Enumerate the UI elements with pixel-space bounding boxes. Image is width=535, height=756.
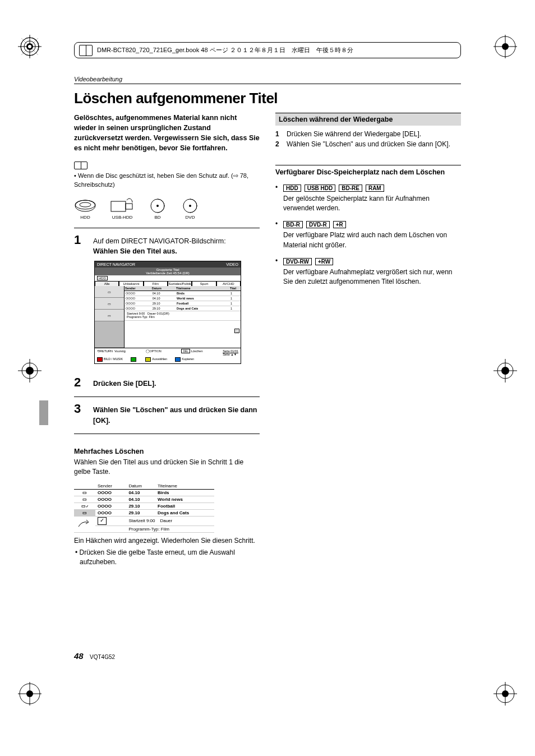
scr-tab: Alle	[95, 281, 119, 286]
registration-mark-icon	[494, 35, 517, 58]
bookfile-bar: DMR-BCT820_720_721EG_ger.book 48 ページ ２０１…	[74, 42, 461, 58]
intro-text: Gelöschtes, aufgenommenes Material kann …	[74, 113, 260, 154]
doc-code: VQT4G52	[90, 654, 115, 660]
playback-band: Löschen während der Wiedergabe	[275, 113, 461, 126]
thumb-icon: ▭	[95, 286, 124, 298]
multi-text: Wählen Sie den Titel aus und drücken Sie…	[74, 458, 260, 477]
left-column: Gelöschtes, aufgenommenes Material kann …	[74, 113, 260, 568]
table-row: ▭OOOO04.10World news	[74, 496, 214, 503]
note-icon	[74, 162, 87, 169]
dvd-icon: DVD	[181, 198, 200, 220]
media-icons: HDD USB-HDD BD DVD	[74, 198, 260, 220]
crosshair-icon	[494, 359, 517, 382]
scr-tab: Sport	[192, 281, 216, 286]
avail-heading: Verfügbarer Disc-Speicherplatz nach dem …	[275, 168, 461, 178]
registration-mark-icon	[494, 682, 517, 706]
scr-tab: AVCHD	[216, 281, 241, 286]
svg-point-17	[80, 202, 91, 207]
thumb-icon: ▭	[95, 298, 124, 310]
bookfile-text: DMR-BCT820_720_721EG_ger.book 48 ページ ２０１…	[97, 47, 353, 53]
avail-section: Verfügbarer Disc-Speicherplatz nach dem …	[275, 165, 461, 287]
disc-badge: BD-RE	[339, 185, 362, 192]
scr-tab: Unbekannt	[119, 281, 143, 286]
right-column: Löschen während der Wiedergabe 1Drücken …	[275, 113, 461, 568]
disc-badge: +RW	[315, 258, 333, 265]
note-block: • Wenn die Disc geschützt ist, heben Sie…	[74, 162, 260, 190]
divider	[74, 397, 260, 397]
step-number: 2	[74, 376, 86, 389]
step3-text: Wählen Sie "Löschen" aus und drücken Sie…	[93, 406, 257, 424]
arrow-icon	[77, 519, 92, 529]
table-row: ▭✓OOOO29.10Football	[74, 503, 214, 509]
scr-tab: Film	[144, 281, 168, 286]
step1-line2: Wählen Sie den Titel aus.	[93, 247, 177, 255]
play-step: Drücken Sie während der Wiedergabe [DEL]…	[287, 129, 421, 139]
step2-text: Drücken Sie [DEL].	[93, 380, 156, 388]
thumb-icon: ▭	[95, 310, 124, 321]
scr-tabs: Alle Unbekannt Film Soziales/Politik Spo…	[95, 281, 241, 286]
step-number: 3	[74, 403, 86, 415]
green-button-icon	[131, 357, 136, 362]
registration-mark-icon	[18, 35, 41, 58]
disc-badge: DVD-R	[306, 221, 330, 228]
red-button-icon	[97, 357, 103, 362]
content: Videobearbeitung Löschen aufgenommener T…	[74, 76, 461, 672]
group-text: Der gelöschte Speicherplatz kann für Auf…	[283, 194, 461, 214]
table-row: ▭OOOO29.10Dogs and Cats	[74, 509, 214, 516]
table-row: OOOO29.10Football1	[124, 301, 241, 306]
navigator-screenshot: DIRECT NAVIGATOR VIDEO Gruppierte Titel …	[94, 261, 241, 364]
divider	[74, 434, 260, 434]
scr-hdd-tag: HDD	[97, 276, 108, 280]
book-icon	[79, 45, 93, 56]
scr-video: VIDEO	[226, 262, 238, 266]
crosshair-icon	[18, 359, 41, 382]
divider	[74, 228, 260, 228]
page-number: 48	[74, 651, 84, 661]
svg-point-15	[75, 200, 95, 211]
checkbox-icon: ✓	[98, 517, 107, 525]
group-text: Der verfügbare Aufnahmeplatz vergrößert …	[283, 268, 461, 287]
scr-tab: Soziales/Politik	[168, 281, 192, 286]
svg-point-4	[28, 45, 31, 48]
play-step: Wählen Sie "Löschen" aus und drücken Sie…	[287, 139, 450, 149]
yellow-button-icon	[145, 357, 151, 362]
svg-rect-18	[111, 201, 126, 211]
page: DMR-BCT820_720_721EG_ger.book 48 ページ ２０１…	[0, 0, 535, 756]
page-footer: 48 VQT4G52	[74, 651, 115, 661]
mini-table: Sender Datum Titelname ▭OOOO04.10Birds ▭…	[74, 483, 214, 533]
info-icon: ⓘ	[234, 329, 239, 333]
section-label: Videobearbeitung	[74, 76, 461, 84]
disc-badge: USB HDD	[305, 185, 336, 192]
note-text: • Wenn die Disc geschützt ist, heben Sie…	[74, 172, 260, 189]
step-2: 2 Drücken Sie [DEL].	[74, 376, 260, 389]
multi-bullet: • Drücken Sie die gelbe Taste erneut, um…	[74, 548, 260, 568]
playback-steps: 1Drücken Sie während der Wiedergabe [DEL…	[275, 129, 461, 149]
disc-badge: BD-R	[283, 221, 303, 228]
multi-heading: Mehrfaches Löschen	[74, 448, 260, 455]
scr-subtitle2: Verbleibende Zeit 45:54 (DR)	[146, 271, 190, 275]
table-row: OOOO29.10Dogs and Cats1	[124, 306, 241, 311]
disc-badge: +R	[333, 221, 346, 228]
multi-after: Ein Häkchen wird angezeigt. Wiederholen …	[74, 536, 260, 546]
page-title: Löschen aufgenommener Titel	[74, 90, 461, 107]
disc-badge: HDD	[283, 185, 301, 192]
step-3: 3 Wählen Sie "Löschen" aus und drücken S…	[74, 403, 260, 425]
svg-point-21	[156, 205, 159, 207]
svg-rect-19	[126, 204, 132, 209]
svg-point-16	[75, 200, 95, 209]
disc-badge: DVD-RW	[283, 258, 312, 265]
edge-tab	[39, 400, 48, 425]
bd-icon: BD	[148, 198, 167, 220]
usbhdd-icon: USB-HDD	[110, 198, 135, 220]
table-row: OOOO04.10World news1	[124, 296, 241, 301]
table-row: Programm-Typ: Film	[74, 525, 214, 532]
svg-point-23	[189, 205, 191, 207]
disc-badge: RAM	[366, 185, 384, 192]
step-number: 1	[74, 234, 86, 246]
table-row: ▭OOOO04.10Birds	[74, 489, 214, 496]
scr-title: DIRECT NAVIGATOR	[97, 262, 135, 266]
table-row: OOOO04.10Birds1	[124, 291, 241, 296]
scr-table: Sender Datum Titelname Titel OOOO04.10Bi…	[124, 286, 241, 311]
step1-line1: Auf dem DIRECT NAVIGATOR-Bildschirm:	[93, 237, 226, 245]
group-text: Der verfügbare Platz wird auch nach dem …	[283, 231, 461, 250]
